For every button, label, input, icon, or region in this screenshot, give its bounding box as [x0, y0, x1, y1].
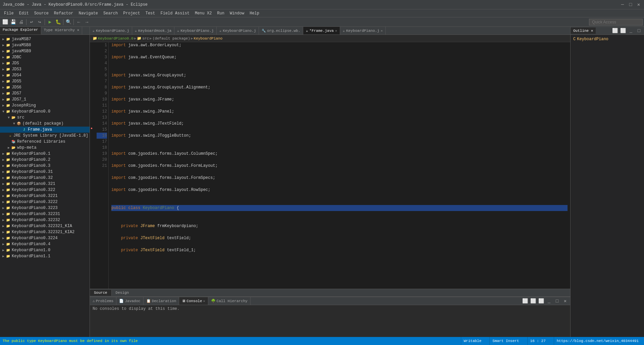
tree-item-keyboardpiano0-32232[interactable]: ▶📁KeyboardPiano0.32232 — [0, 217, 90, 223]
menu-navigate[interactable]: Navigate — [76, 10, 101, 16]
tree-item-jds7-1[interactable]: ▶📁JDS7_1 — [0, 96, 90, 102]
tree-item-keyboardpiano0-1[interactable]: ▶📁KeyboardPiano0.1 — [0, 151, 90, 157]
outline-minimize[interactable]: _ — [627, 27, 635, 34]
menu-refactor[interactable]: Refactor — [51, 10, 76, 16]
tab-keyboardpiano-j1[interactable]: ☕KeyboardPiano.j — [90, 27, 132, 34]
close-button[interactable]: ✕ — [636, 2, 641, 7]
tree-item-jds3[interactable]: ▶📁JDS3 — [0, 66, 90, 72]
design-tab[interactable]: Design — [112, 290, 133, 296]
tree-item-keyboardpiano0-3221[interactable]: ▶📁KeyboardPiano0.3221 — [0, 193, 90, 199]
menu-run[interactable]: Run — [214, 10, 227, 16]
bottom-close[interactable]: ✕ — [561, 297, 569, 305]
tree-item-josephring[interactable]: ▶📁JosephRing — [0, 102, 90, 109]
tree-item-javamsb8[interactable]: ▶📁javaMSB8 — [0, 42, 90, 48]
tab-javadoc[interactable]: 📄 Javadoc — [116, 297, 143, 305]
tree-item-keyboardpiano0-322[interactable]: ▶📁KeyboardPiano0.322 — [0, 187, 90, 193]
menu-test[interactable]: Test — [143, 10, 158, 16]
menu-window[interactable]: Window — [227, 10, 247, 16]
outline-item-keyboardpiano[interactable]: C KeyboardPiano — [572, 36, 643, 42]
undo-button[interactable]: ↩ — [28, 18, 35, 26]
tree-item-keyboardpiano0-4[interactable]: ▶📁KeyboardPiano0.4 — [0, 241, 90, 247]
tab-org-eclipse[interactable]: 🔧org.eclipse.wb. — [259, 27, 303, 34]
tab-package-explorer[interactable]: Package Explorer — [0, 27, 41, 34]
tree-item-keyboardpiano0-32[interactable]: ▶📁KeyboardPiano0.32 — [0, 175, 90, 181]
tree-item-keyboardpiano0-3[interactable]: ▶📁KeyboardPiano0.3 — [0, 163, 90, 169]
source-tab[interactable]: Source — [90, 290, 112, 296]
tree-item-keyboardpiano1-0[interactable]: ▶📁KeyboardPiano1.0 — [0, 247, 90, 253]
breadcrumb-src[interactable]: src — [142, 37, 149, 41]
back-button[interactable]: ← — [75, 18, 83, 26]
tree-item-keyboardpiano0-31[interactable]: ▶📁KeyboardPiano0.31 — [0, 169, 90, 175]
menu-source[interactable]: Source — [32, 10, 51, 16]
tree-item-javamsb7[interactable]: ▶📁javaMSB7 — [0, 36, 90, 42]
outline-btn-1[interactable]: ⬜ — [611, 27, 619, 34]
tree-item-referenced-libraries[interactable]: 📚Referenced Libraries — [0, 139, 90, 145]
tab-keyboardpiano-j2[interactable]: ☕KeyboardPiano.j — [174, 27, 217, 34]
code-editor[interactable]: import java.awt.BorderLayout; import jav… — [109, 42, 570, 289]
tree-item-jds[interactable]: ▶📁JDS — [0, 60, 90, 66]
new-button[interactable]: ⬜ — [1, 18, 9, 26]
tree-item-keyboardpiano0-3222[interactable]: ▶📁KeyboardPiano0.3222 — [0, 199, 90, 205]
outline-btn-2[interactable]: ⬜ — [619, 27, 627, 34]
tab-type-hierarchy[interactable]: Type Hierarchy ✕ — [41, 27, 83, 34]
quick-access-input[interactable] — [589, 19, 643, 25]
tree-item-keyboardpiano0-32231[interactable]: ▶📁KeyboardPiano0.32231 — [0, 211, 90, 217]
print-button[interactable]: 🖨 — [17, 18, 25, 26]
tab-keyboardpiano-j4[interactable]: ☕KeyboardPiano.j ✕ — [340, 27, 386, 34]
bottom-btn-3[interactable]: ⬜ — [537, 297, 545, 305]
tree-item-keyboardpiano0-322321-kia2[interactable]: ▶📁KeyboardPiano0.322321_KIA2 — [0, 229, 90, 235]
tab-declaration[interactable]: 📋 Declaration — [144, 297, 179, 305]
menu-menux2[interactable]: Menu X2 — [192, 10, 214, 16]
tab-problems[interactable]: ⚠ Problems — [90, 297, 116, 305]
run-button[interactable]: ▶ — [46, 18, 54, 26]
breadcrumb-class[interactable]: KeyboardPiano — [194, 37, 223, 41]
tab-call-hierarchy[interactable]: 🌳 Call Hierarchy — [208, 297, 251, 305]
debug-button[interactable]: 🐛 — [54, 18, 62, 26]
bottom-maximize[interactable]: □ — [553, 297, 561, 305]
tree-item-keyboardpiano0-3224[interactable]: ▶📁KeyboardPiano0.3224 — [0, 235, 90, 241]
bottom-minimize[interactable]: _ — [545, 297, 553, 305]
tree-item-src[interactable]: ▼📂src — [0, 115, 90, 121]
forward-button[interactable]: → — [83, 18, 91, 26]
tree-item-keyboardpiano0-0[interactable]: ▼📁KeyboardPiano0.0 — [0, 109, 90, 115]
tree-item-jds5[interactable]: ▶📁JDS5 — [0, 78, 90, 84]
tree-item-keyboardpiano0-2[interactable]: ▶📁KeyboardPiano0.2 — [0, 157, 90, 163]
tree-item-jds7[interactable]: ▶📁JDS7 — [0, 90, 90, 96]
tree-item-keyboardpiano1-1[interactable]: ▶📁KeyboardPiano1.1 — [0, 253, 90, 259]
menu-file[interactable]: File — [1, 10, 16, 16]
bottom-btn-2[interactable]: ⬜ — [529, 297, 537, 305]
tab-keyboardhook[interactable]: ☕KeyboardHook.ja — [132, 27, 174, 34]
menu-project[interactable]: Project — [120, 10, 143, 16]
tree-item-javamsb9[interactable]: ▶📁javaMSB9 — [0, 48, 90, 54]
maximize-button[interactable]: □ — [628, 2, 633, 7]
tree-item-keyboardpiano0-322321-kia[interactable]: ▶📁KeyboardPiano0.322321_KIA — [0, 223, 90, 229]
console-close[interactable]: ✕ — [203, 299, 205, 303]
breadcrumb-project[interactable]: KeyboardPiano0.0 — [98, 37, 133, 41]
tree-item-jds6[interactable]: ▶📁JDS6 — [0, 84, 90, 90]
minimize-button[interactable]: ─ — [620, 2, 625, 7]
status-writable[interactable]: Writable — [461, 337, 484, 345]
tab-outline[interactable]: Outline ✕ — [571, 27, 596, 34]
tree-item-jds4[interactable]: ▶📁JDS4 — [0, 72, 90, 78]
menu-fieldassist[interactable]: Field Assist — [158, 10, 192, 16]
tree-item--default-package-[interactable]: ▼📦(default package) — [0, 121, 90, 127]
menu-help[interactable]: Help — [247, 10, 262, 16]
status-smart-insert[interactable]: Smart Insert — [489, 337, 522, 345]
tree-item-jre-system-library--javase-1-8-[interactable]: ☕JRE System Library [JavaSE-1.8] — [0, 133, 90, 139]
outline-maximize[interactable]: □ — [635, 27, 643, 34]
tab-keyboardpiano-j3[interactable]: ☕KeyboardPiano.j — [217, 27, 259, 34]
tree-item-keyboardpiano0-3223[interactable]: ▶📁KeyboardPiano0.3223 — [0, 205, 90, 211]
menu-search[interactable]: Search — [101, 10, 120, 16]
editor-container[interactable]: ● 12345 678910 1112131415 16 1718192021 … — [90, 42, 570, 289]
breadcrumb-package[interactable]: (default package) — [153, 37, 190, 41]
tab-frame-java[interactable]: ☕*Frame.java ✕ — [303, 27, 340, 34]
tree-item-frame-java[interactable]: JFrame.java — [0, 127, 90, 133]
save-button[interactable]: 💾 — [9, 18, 17, 26]
tab-console[interactable]: 🖥 Console ✕ — [179, 297, 208, 305]
tree-item-wbp-meta[interactable]: ▶📂wbp-meta — [0, 145, 90, 151]
tree-item-keyboardpiano0-321[interactable]: ▶📁KeyboardPiano0.321 — [0, 181, 90, 187]
status-url[interactable]: https://blog.csdn.net/weixin_40344491 — [554, 337, 641, 345]
bottom-btn-1[interactable]: ⬜ — [521, 297, 529, 305]
tree-item-jdbc[interactable]: ▶📁JDBC — [0, 54, 90, 60]
search-button[interactable]: 🔍 — [65, 18, 72, 26]
